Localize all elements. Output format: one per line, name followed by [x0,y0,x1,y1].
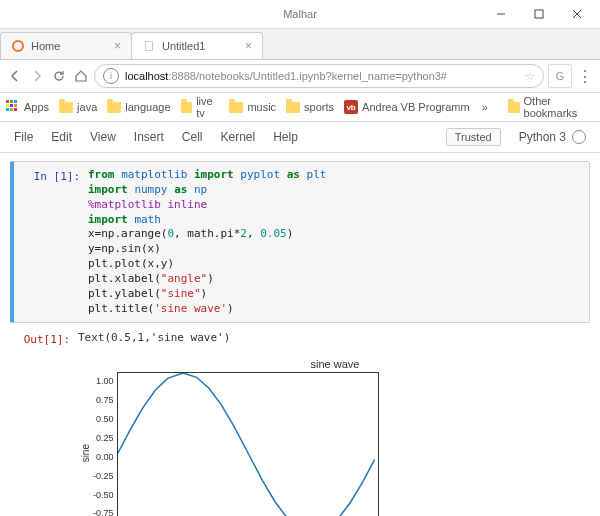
folder-icon [508,102,520,113]
menu-cell[interactable]: Cell [182,130,203,144]
bookmarks-bar: Apps java language live tv music sports … [0,93,600,122]
folder-icon [59,102,73,113]
close-icon[interactable]: × [114,39,121,53]
reload-button[interactable] [50,67,68,85]
plot-ylabel: sine [80,444,91,462]
menu-edit[interactable]: Edit [51,130,72,144]
jupyter-icon [11,39,25,53]
tab-label: Untitled1 [162,40,239,52]
kernel-indicator[interactable]: Python 3 [519,130,586,144]
folder-icon [229,102,243,113]
window-user-label: Malhar [283,8,317,20]
other-bookmarks[interactable]: Other bookmarks [508,95,594,119]
output-text: Text(0.5,1,'sine wave') [78,329,230,348]
shield-icon: vb [344,100,358,114]
svg-rect-6 [146,42,152,50]
forward-button[interactable] [28,67,46,85]
bookmark-andrea-vb[interactable]: vbAndrea VB Programm [344,100,470,114]
sine-line [118,373,378,516]
tab-label: Home [31,40,108,52]
url-path: :8888/notebooks/Untitled1.ipynb?kernel_n… [168,70,447,82]
window-maximize-button[interactable] [520,2,558,26]
folder-icon [181,102,193,113]
apps-icon [6,100,20,114]
output-prompt: Out[1]: [10,329,78,348]
bookmarks-overflow[interactable]: » [482,101,488,113]
bookmark-folder-livetv[interactable]: live tv [181,95,220,119]
site-info-icon[interactable]: i [103,68,119,84]
code-content[interactable]: from matplotlib import pyplot as plt imp… [88,166,326,318]
kernel-status-icon [572,130,586,144]
browser-tabstrip: Home × Untitled1 × [0,29,600,60]
bookmark-folder-music[interactable]: music [229,101,276,113]
folder-icon [107,102,121,113]
menu-file[interactable]: File [14,130,33,144]
star-icon[interactable]: ☆ [525,70,535,83]
plot-title: sine wave [80,358,590,370]
search-engine-button[interactable]: G [548,64,572,88]
browser-menu-button[interactable]: ⋮ [576,67,594,85]
browser-tab-untitled1[interactable]: Untitled1 × [131,32,263,59]
plot-axes [117,372,379,516]
close-icon[interactable]: × [245,39,252,53]
bookmark-folder-sports[interactable]: sports [286,101,334,113]
url-host: localhost [125,70,168,82]
apps-button[interactable]: Apps [6,100,49,114]
svg-rect-1 [535,10,543,18]
menu-kernel[interactable]: Kernel [221,130,256,144]
menu-view[interactable]: View [90,130,116,144]
bookmark-folder-java[interactable]: java [59,101,97,113]
notebook-area[interactable]: In [1]: from matplotlib import pyplot as… [0,153,600,516]
plot-figure: sine wave sine 1.000.750.500.250.00-0.25… [80,358,590,516]
menu-help[interactable]: Help [273,130,298,144]
home-button[interactable] [72,67,90,85]
apps-label: Apps [24,101,49,113]
back-button[interactable] [6,67,24,85]
window-close-button[interactable] [558,2,596,26]
jupyter-menubar: File Edit View Insert Cell Kernel Help T… [0,122,600,153]
output-area: Out[1]: Text(0.5,1,'sine wave') [10,329,590,348]
plot-yticks: 1.000.750.500.250.00-0.25-0.50-0.75-1.00 [93,373,117,516]
address-bar: i localhost:8888/notebooks/Untitled1.ipy… [0,60,600,93]
svg-point-4 [13,41,23,51]
bookmark-folder-language[interactable]: language [107,101,170,113]
window-titlebar: Malhar [0,0,600,29]
window-minimize-button[interactable] [482,2,520,26]
trusted-badge[interactable]: Trusted [446,128,501,146]
url-input[interactable]: i localhost:8888/notebooks/Untitled1.ipy… [94,64,544,88]
folder-icon [286,102,300,113]
browser-tab-home[interactable]: Home × [0,32,132,59]
input-prompt: In [1]: [20,166,88,318]
code-cell[interactable]: In [1]: from matplotlib import pyplot as… [10,161,590,323]
menu-insert[interactable]: Insert [134,130,164,144]
notebook-icon [142,39,156,53]
